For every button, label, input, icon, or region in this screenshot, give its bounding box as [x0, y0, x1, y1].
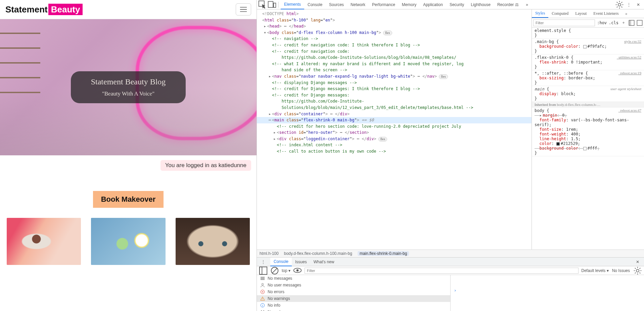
dom-line[interactable]: https://github.com/Code-Institute-Soluti… — [257, 54, 532, 61]
devtools-tab-elements[interactable]: Elements — [281, 0, 304, 9]
dom-line[interactable]: <!DOCTYPE html> — [257, 11, 532, 17]
svg-rect-6 — [637, 20, 642, 25]
devtools-tab-performance[interactable]: Performance — [369, 0, 399, 9]
styles-tab-layout[interactable]: Layout — [572, 9, 590, 18]
styles-more-icon[interactable]: » — [622, 9, 631, 18]
styles-tab-computed[interactable]: Computed — [548, 9, 572, 18]
css-rule[interactable]: user agent stylesheetmain { display: blo… — [532, 86, 644, 102]
console-filter-err[interactable]: No errors — [257, 288, 450, 295]
console-sidebar-icon[interactable] — [259, 266, 268, 275]
dom-line[interactable]: <!-- index.html content --> — [257, 142, 532, 148]
console-sidebar[interactable]: No messagesNo user messagesNo errorsNo w… — [257, 275, 451, 311]
hamburger-button[interactable] — [236, 3, 251, 15]
hov-toggle[interactable]: :hov — [597, 21, 607, 25]
styles-rules[interactable]: element.style {}style.css:32.main-bg { b… — [532, 28, 644, 249]
device-icon[interactable] — [268, 0, 276, 9]
breadcrumb-item[interactable]: body.d-flex.flex-column.h-100.main-bg — [284, 251, 352, 256]
css-rule[interactable]: _reboot.scss:47body { ▸margin: 0; font-f… — [532, 108, 644, 156]
dom-line[interactable]: <html class="h-100" lang="en"> — [257, 17, 532, 24]
dom-breadcrumbs[interactable]: html.h-100body.d-flex.flex-column.h-100.… — [257, 249, 644, 257]
thumbnail-row — [0, 208, 257, 275]
styles-tab-styles[interactable]: Styles — [532, 9, 548, 18]
css-rule[interactable]: element.style {} — [532, 28, 644, 39]
console-body[interactable]: › — [451, 275, 644, 311]
no-issues-label[interactable]: No Issues — [612, 268, 630, 273]
book-makeover-button[interactable]: Book Makeover — [93, 191, 164, 208]
brand[interactable]: StatementBeauty — [5, 4, 83, 15]
dom-line[interactable]: https://github.com/Code-Institute- — [257, 98, 532, 105]
thumb-1[interactable] — [7, 218, 81, 265]
devtools-tab-security[interactable]: Security — [446, 0, 467, 9]
dom-line[interactable]: <!-- displaying Django messages --> — [257, 80, 532, 86]
console-filter-msg[interactable]: No messages — [257, 275, 450, 282]
context-selector[interactable]: top ▾ — [282, 268, 290, 273]
dom-line[interactable]: Solutions/blog/blob/main/12_views_part_3… — [257, 105, 532, 111]
styles-tab-event-listeners[interactable]: Event Listeners — [590, 9, 622, 18]
dom-line[interactable]: <!-- credit for navigation code: I think… — [257, 42, 532, 48]
dom-line[interactable]: <!-- what I altered: my navbar brand is … — [257, 61, 532, 67]
hero-title: Statement Beauty Blog — [91, 77, 166, 86]
dom-line[interactable]: <!-- call to action button is my own cod… — [257, 148, 532, 155]
devtools-tab-memory[interactable]: Memory — [399, 0, 420, 9]
computed-toggle-icon[interactable] — [629, 18, 635, 27]
dom-line[interactable]: ⋯ <main class="flex-shrink-0 main-bg"> =… — [257, 117, 532, 123]
breadcrumb-item[interactable]: html.h-100 — [260, 251, 279, 256]
dom-line[interactable]: ▸<head> ⋯ </head> — [257, 23, 532, 30]
dom-line[interactable]: <!-- credit for Django messages: I think… — [257, 86, 532, 92]
dom-line[interactable]: <!-- credit for Django messages: — [257, 92, 532, 99]
svg-rect-7 — [260, 267, 267, 274]
new-rule-icon[interactable]: ＋ — [620, 18, 627, 27]
dom-line[interactable]: ▾<body class="d-flex flex-column h-100 m… — [257, 30, 532, 36]
devtools-tab-application[interactable]: Application — [420, 0, 446, 9]
devtools-tab-network[interactable]: Network — [347, 0, 369, 9]
dom-line[interactable]: hand side of the screen --> — [257, 67, 532, 73]
console-filter-inf[interactable]: No info — [257, 302, 450, 309]
dom-line[interactable]: ▸<div class="container"> ⋯ </div> — [257, 111, 532, 117]
devtools-tab-recorder-[interactable]: Recorder ⚖ — [494, 0, 522, 9]
dom-line[interactable]: ▸<nav class="navbar navbar-expand-lg nav… — [257, 73, 532, 80]
drawer-close-icon[interactable]: ✕ — [633, 258, 642, 266]
clear-console-icon[interactable] — [270, 266, 279, 275]
dom-line[interactable]: <!-- credit for hero section code: love-… — [257, 123, 532, 130]
svg-point-11 — [296, 269, 299, 272]
console-prompt-icon: › — [454, 288, 456, 293]
svg-point-13 — [262, 283, 263, 285]
console-filter-usr[interactable]: No user messages — [257, 282, 450, 288]
gear-icon[interactable] — [615, 0, 624, 9]
devtools-tab-sources[interactable]: Sources — [326, 0, 347, 9]
inspect-icon[interactable] — [258, 0, 267, 9]
layout-toggle-icon[interactable] — [637, 18, 643, 27]
navbar: StatementBeauty — [0, 0, 257, 19]
log-levels-selector[interactable]: Default levels ▾ — [581, 268, 608, 273]
console-filter-wrn[interactable]: No warnings — [257, 295, 450, 302]
css-rule[interactable]: style.css:32.main-bg { background-color:… — [532, 39, 644, 54]
thumb-3[interactable] — [176, 218, 250, 265]
css-rule[interactable]: _utilities.scss:52.flex-shrink-0 { flex-… — [532, 54, 644, 70]
close-devtools-icon[interactable]: ✕ — [634, 0, 643, 9]
drawer-tab-issues[interactable]: Issues — [292, 258, 310, 266]
more-tabs-icon[interactable]: » — [523, 0, 532, 9]
css-rule[interactable]: _reboot.scss:19*, ::after, ::before { bo… — [532, 70, 644, 86]
devtools-tab-console[interactable]: Console — [304, 0, 326, 9]
drawer-kebab-icon[interactable]: ⋮ — [259, 258, 268, 266]
live-expr-icon[interactable] — [293, 266, 302, 275]
drawer-tab-console[interactable]: Console — [270, 258, 292, 266]
dom-tree[interactable]: <!DOCTYPE html><html class="h-100" lang=… — [257, 9, 532, 249]
cls-toggle[interactable]: .cls — [609, 21, 618, 25]
dom-line[interactable]: <!-- navigation --> — [257, 36, 532, 42]
devtools-tab-lighthouse[interactable]: Lighthouse — [467, 0, 494, 9]
rendered-page[interactable]: StatementBeauty Statement Beauty Blog "B… — [0, 0, 257, 311]
svg-rect-5 — [629, 20, 631, 25]
breadcrumb-item[interactable]: main.flex-shrink-0.main-bg — [358, 251, 409, 256]
drawer-tab-what-s-new[interactable]: What's new — [310, 258, 338, 266]
dom-line[interactable]: ▸<div class="loggedin-container"> ⋯ </di… — [257, 136, 532, 142]
kebab-icon[interactable]: ⋮ — [625, 0, 633, 9]
console-filter-input[interactable] — [305, 268, 579, 274]
dom-line[interactable]: ▸<section id="hero-outer"> ⋯ </section> — [257, 129, 532, 136]
thumb-2[interactable] — [91, 218, 165, 265]
styles-panel: StylesComputedLayoutEvent Listeners» :ho… — [532, 9, 644, 249]
console-settings-icon[interactable] — [633, 266, 642, 275]
dom-line[interactable]: <!-- credit for navigation code: — [257, 48, 532, 55]
console-filter-vrb[interactable]: No verbose — [257, 309, 450, 311]
styles-filter-input[interactable] — [533, 20, 595, 26]
